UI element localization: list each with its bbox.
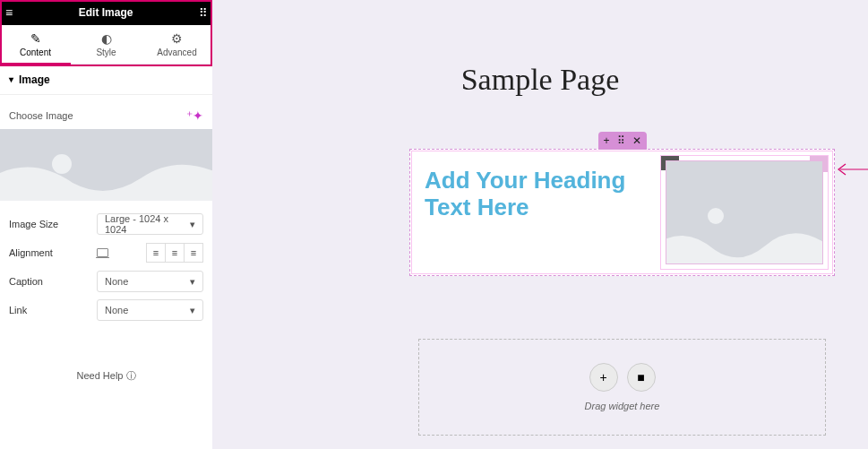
link-label: Link — [9, 305, 90, 315]
link-row: Link None ▾ — [0, 296, 212, 324]
mountains-shape — [0, 147, 212, 201]
caret-down-icon: ▾ — [9, 74, 13, 84]
add-widget-button[interactable]: + — [589, 363, 618, 392]
image-size-value: Large - 1024 x 1024 — [105, 213, 190, 235]
chevron-down-icon: ▾ — [190, 276, 195, 288]
drop-zone[interactable]: + ■ Drag widget here — [418, 339, 826, 436]
align-left-button[interactable]: ≡ — [146, 243, 166, 263]
choose-image-row: Choose Image ⁺✦ — [0, 102, 212, 129]
tab-advanced[interactable]: ⚙ Advanced — [142, 25, 212, 64]
caption-select[interactable]: None ▾ — [97, 271, 203, 292]
align-right-button[interactable]: ≡ — [184, 243, 203, 263]
apps-grid-icon[interactable]: ⠿ — [199, 6, 207, 20]
alignment-label: Alignment — [9, 247, 90, 258]
panel-header: ≡ Edit Image ⠿ — [0, 0, 212, 25]
tab-style[interactable]: ◐ Style — [71, 25, 142, 64]
add-section-button[interactable]: + — [603, 134, 609, 147]
editor-canvas: Sample Page + ⠿ ✕ Add Your Heading Text … — [212, 0, 868, 449]
section-container[interactable]: + ⠿ ✕ Add Your Heading Text Here ▭ ✎ — [409, 149, 835, 276]
editor-panel: ≡ Edit Image ⠿ ✎ Content ◐ Style ⚙ Advan… — [0, 0, 212, 449]
tab-content[interactable]: ✎ Content — [0, 25, 71, 64]
gear-icon: ⚙ — [171, 31, 183, 46]
tab-label: Style — [96, 47, 116, 57]
section-label: Image — [19, 73, 50, 86]
drop-zone-buttons: + ■ — [589, 363, 656, 392]
panel-tabs: ✎ Content ◐ Style ⚙ Advanced — [0, 25, 212, 65]
need-help-label: Need Help — [76, 370, 123, 381]
contrast-icon: ◐ — [101, 31, 112, 46]
image-widget[interactable]: ▭ ✎ — [660, 155, 829, 270]
image-placeholder[interactable] — [0, 129, 212, 201]
section-toolbar: + ⠿ ✕ — [597, 132, 646, 150]
heading-widget[interactable]: Add Your Heading Text Here — [412, 151, 657, 273]
image-size-row: Image Size Large - 1024 x 1024 ▾ — [0, 210, 212, 238]
tab-label: Content — [20, 47, 51, 57]
panel-title: Edit Image — [79, 6, 133, 19]
link-value: None — [105, 305, 128, 315]
image-placeholder-canvas — [666, 160, 823, 264]
image-size-label: Image Size — [9, 219, 90, 229]
image-size-select[interactable]: Large - 1024 x 1024 ▾ — [97, 213, 203, 235]
alignment-row: Alignment ≡ ≡ ≡ — [0, 238, 212, 267]
caption-label: Caption — [9, 276, 90, 287]
align-center-button[interactable]: ≡ — [165, 243, 185, 263]
folder-icon: ■ — [637, 370, 644, 384]
chevron-down-icon: ▾ — [190, 219, 195, 230]
link-select[interactable]: None ▾ — [97, 299, 203, 321]
template-library-button[interactable]: ■ — [627, 363, 656, 392]
pencil-icon: ✎ — [30, 31, 41, 46]
tab-label: Advanced — [157, 47, 196, 57]
alignment-buttons: ≡ ≡ ≡ — [146, 243, 203, 263]
heading-text: Add Your Heading Text Here — [425, 168, 649, 221]
drag-section-handle[interactable]: ⠿ — [617, 134, 625, 147]
ai-sparkle-icon[interactable]: ⁺✦ — [186, 108, 203, 123]
need-help-link[interactable]: Need Help ⓘ — [0, 369, 212, 383]
help-icon: ⓘ — [126, 370, 136, 381]
menu-icon[interactable]: ≡ — [5, 5, 13, 20]
choose-image-label: Choose Image — [9, 110, 73, 121]
drop-zone-label: Drag widget here — [585, 401, 660, 411]
annotation-arrow — [835, 161, 868, 177]
section-columns: Add Your Heading Text Here ▭ ✎ — [411, 151, 833, 274]
section-image[interactable]: ▾ Image — [0, 65, 212, 95]
mountains-shape — [666, 217, 823, 264]
close-section-button[interactable]: ✕ — [632, 134, 641, 147]
responsive-icon[interactable] — [97, 248, 108, 257]
page-title: Sample Page — [212, 63, 868, 97]
caption-row: Caption None ▾ — [0, 267, 212, 296]
chevron-down-icon: ▾ — [190, 305, 195, 316]
caption-value: None — [105, 276, 128, 287]
